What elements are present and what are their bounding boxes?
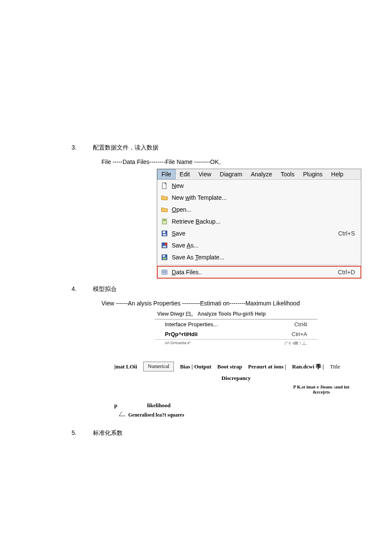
step-5: 5. 标准化系数 bbox=[72, 429, 358, 441]
data-files-icon bbox=[160, 269, 169, 276]
option-generalised-least-squares[interactable]: Generalised lea?t squares bbox=[120, 411, 358, 418]
label-discrepancy: Discrepancy bbox=[114, 375, 358, 382]
step-4: 4. 模型拟合 bbox=[72, 285, 358, 297]
tab-bootstrap[interactable]: Boot strap bbox=[217, 363, 242, 370]
option-maximum-likelihood[interactable]: likelihood bbox=[147, 402, 170, 409]
svg-rect-10 bbox=[163, 258, 166, 259]
open-folder-icon bbox=[160, 194, 169, 201]
save-icon bbox=[160, 230, 169, 237]
app-menu-window: File Edit View Diagram Analyze Tools Plu… bbox=[157, 169, 361, 279]
save-as-icon bbox=[160, 242, 169, 249]
svg-rect-1 bbox=[162, 219, 167, 224]
tab-random[interactable]: Ran.dcwi 季 | bbox=[292, 363, 324, 371]
tab-permutations[interactable]: Peraurt at ions | bbox=[248, 363, 286, 370]
menu-item-extra[interactable]: nA Dmnartia-s* 广彳4圖！丄. bbox=[155, 339, 317, 347]
menu-diagram[interactable]: Diagram bbox=[216, 169, 247, 179]
letter-p: p bbox=[114, 402, 117, 409]
tab-row: |mat LOii Numerical Bias | Output Boot s… bbox=[114, 362, 358, 371]
step-num-3: 3. bbox=[72, 144, 93, 156]
svg-rect-7 bbox=[163, 246, 166, 247]
svg-rect-4 bbox=[163, 231, 165, 233]
menu-file[interactable]: File bbox=[157, 169, 176, 179]
menu-help[interactable]: Help bbox=[327, 169, 348, 179]
save-template-icon bbox=[160, 254, 169, 261]
step-title-4: 模型拟合 bbox=[93, 285, 358, 293]
backup-icon bbox=[160, 218, 169, 225]
option-estimate-means-intercepts[interactable]: P K.st imat e Jieans :and int &rcejrts bbox=[285, 384, 358, 394]
menu-item-data-files[interactable]: Data Files.. Ctrl+D bbox=[157, 266, 361, 278]
menu-view[interactable]: View bbox=[194, 169, 216, 179]
menu-item-new[interactable]: New bbox=[157, 180, 361, 192]
step-num-4: 4. bbox=[72, 285, 93, 297]
menu-item-open[interactable]: Open... bbox=[157, 204, 361, 216]
label-estimation: |mat LOii bbox=[114, 363, 137, 370]
menu-plugins[interactable]: Plugins bbox=[299, 169, 327, 179]
shortcut-save: Ctrl+S bbox=[338, 230, 358, 237]
tab-title[interactable]: Title bbox=[330, 363, 340, 370]
step-title-3: 配置数据文件，读入数据 bbox=[93, 144, 358, 152]
new-file-icon bbox=[160, 182, 169, 189]
open-folder-icon bbox=[160, 206, 169, 213]
step-title-5: 标准化系数 bbox=[93, 429, 358, 437]
file-dropdown: New New with Template... Open... Retriev… bbox=[157, 180, 361, 278]
svg-rect-11 bbox=[163, 255, 165, 257]
step-path-3: File -----Data Files--------File Name --… bbox=[72, 158, 358, 166]
svg-rect-5 bbox=[163, 234, 166, 236]
svg-point-8 bbox=[165, 243, 167, 245]
view-menu-window: View Diwgr 曰。 Analyze Tools Plu-giri5 He… bbox=[155, 309, 317, 347]
menu-separator bbox=[160, 265, 358, 265]
svg-rect-2 bbox=[163, 220, 166, 221]
menu-edit[interactable]: Edit bbox=[176, 169, 194, 179]
svg-rect-12 bbox=[162, 270, 167, 274]
menu-item-new-template[interactable]: New with Template... bbox=[157, 192, 361, 204]
menu-item-retrieve-backup[interactable]: Retrieve Backup... bbox=[157, 216, 361, 227]
menu-item-save-as-template[interactable]: Save As Template... bbox=[157, 251, 361, 263]
tab-bias-output[interactable]: Bias | Output bbox=[180, 363, 211, 370]
menu-item-save[interactable]: Save Ctrl+S bbox=[157, 227, 361, 239]
menu-analyze[interactable]: Analyze bbox=[247, 169, 277, 179]
menubar: File Edit View Diagram Analyze Tools Plu… bbox=[157, 169, 361, 180]
document-page: 3. 配置数据文件，读入数据 File -----Data Files-----… bbox=[0, 0, 392, 441]
step-path-4: View ------An alysis Properties --------… bbox=[72, 300, 358, 307]
menu-tools[interactable]: Tools bbox=[277, 169, 299, 179]
view-menubar: View Diwgr 曰。 Analyze Tools Plu-giri5 He… bbox=[155, 309, 317, 319]
menu-item-interface-properties[interactable]: Interface Properties... Ctrl4l bbox=[155, 319, 317, 329]
tab-numerical[interactable]: Numerical bbox=[143, 362, 174, 371]
step-3: 3. 配置数据文件，读入数据 bbox=[72, 144, 358, 156]
analysis-properties-dialog: |mat LOii Numerical Bias | Output Boot s… bbox=[114, 362, 358, 418]
step-num-5: 5. bbox=[72, 429, 93, 441]
shortcut-data-files: Ctrl+D bbox=[338, 269, 358, 276]
menu-item-analysis-properties[interactable]: PrQp^rtiHdii Ctri+A bbox=[155, 329, 317, 339]
menu-item-save-as[interactable]: Save As... bbox=[157, 239, 361, 251]
